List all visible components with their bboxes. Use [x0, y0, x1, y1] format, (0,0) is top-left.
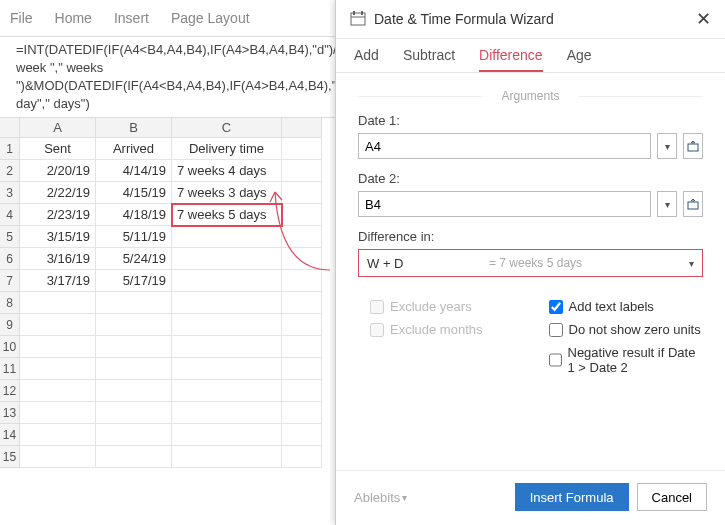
cancel-button[interactable]: Cancel — [637, 483, 707, 511]
difference-select[interactable]: W + D = 7 weeks 5 days ▾ — [358, 249, 703, 277]
col-header-C[interactable]: C — [172, 118, 282, 138]
cell-B3[interactable]: 4/15/19 — [96, 182, 172, 204]
col-header-B[interactable]: B — [96, 118, 172, 138]
close-icon[interactable]: ✕ — [696, 8, 711, 30]
cell-blank[interactable] — [282, 446, 322, 468]
row-header-8[interactable]: 8 — [0, 292, 20, 314]
cell-D6[interactable] — [282, 248, 322, 270]
cell-B2[interactable]: 4/14/19 — [96, 160, 172, 182]
cell-blank[interactable] — [282, 358, 322, 380]
ribbon-tab-file[interactable]: File — [10, 10, 33, 26]
col-header-A[interactable]: A — [20, 118, 96, 138]
date1-range-picker-button[interactable] — [683, 133, 703, 159]
cell-B5[interactable]: 5/11/19 — [96, 226, 172, 248]
cell-blank[interactable] — [96, 292, 172, 314]
row-header-3[interactable]: 3 — [0, 182, 20, 204]
cell-A2[interactable]: 2/20/19 — [20, 160, 96, 182]
cell-blank[interactable] — [282, 314, 322, 336]
cell-blank[interactable] — [172, 336, 282, 358]
wizard-tab-add[interactable]: Add — [354, 47, 379, 72]
cell-C5[interactable] — [172, 226, 282, 248]
cell-blank[interactable] — [20, 424, 96, 446]
negative-result-checkbox[interactable]: Negative result if Date 1 > Date 2 — [549, 345, 704, 375]
row-header-11[interactable]: 11 — [0, 358, 20, 380]
cell-blank[interactable] — [20, 402, 96, 424]
cell-D2[interactable] — [282, 160, 322, 182]
cell-C6[interactable] — [172, 248, 282, 270]
cell-blank[interactable] — [172, 446, 282, 468]
cell-blank[interactable] — [20, 446, 96, 468]
cell-blank[interactable] — [96, 446, 172, 468]
cell-A4[interactable]: 2/23/19 — [20, 204, 96, 226]
cell-B1[interactable]: Arrived — [96, 138, 172, 160]
cell-blank[interactable] — [172, 314, 282, 336]
cell-blank[interactable] — [172, 292, 282, 314]
row-header-10[interactable]: 10 — [0, 336, 20, 358]
row-header-2[interactable]: 2 — [0, 160, 20, 182]
cell-D5[interactable] — [282, 226, 322, 248]
cell-blank[interactable] — [172, 380, 282, 402]
cell-D4[interactable] — [282, 204, 322, 226]
cell-blank[interactable] — [282, 336, 322, 358]
row-header-5[interactable]: 5 — [0, 226, 20, 248]
ribbon-tab-page-layout[interactable]: Page Layout — [171, 10, 250, 26]
row-header-6[interactable]: 6 — [0, 248, 20, 270]
ribbon-tab-home[interactable]: Home — [55, 10, 92, 26]
row-header-9[interactable]: 9 — [0, 314, 20, 336]
row-header-1[interactable]: 1 — [0, 138, 20, 160]
cell-blank[interactable] — [282, 424, 322, 446]
date2-range-picker-button[interactable] — [683, 191, 703, 217]
cell-blank[interactable] — [96, 380, 172, 402]
cell-blank[interactable] — [96, 358, 172, 380]
date2-input[interactable] — [358, 191, 651, 217]
cell-A7[interactable]: 3/17/19 — [20, 270, 96, 292]
cell-A1[interactable]: Sent — [20, 138, 96, 160]
cell-C4[interactable]: 7 weeks 5 days — [172, 204, 282, 226]
cell-blank[interactable] — [282, 380, 322, 402]
cell-blank[interactable] — [20, 292, 96, 314]
row-header-12[interactable]: 12 — [0, 380, 20, 402]
cell-D3[interactable] — [282, 182, 322, 204]
row-header-7[interactable]: 7 — [0, 270, 20, 292]
wizard-tab-difference[interactable]: Difference — [479, 47, 543, 72]
cell-blank[interactable] — [282, 402, 322, 424]
cell-A5[interactable]: 3/15/19 — [20, 226, 96, 248]
date1-dropdown-button[interactable]: ▾ — [657, 133, 677, 159]
cell-blank[interactable] — [20, 314, 96, 336]
insert-formula-button[interactable]: Insert Formula — [515, 483, 629, 511]
cell-blank[interactable] — [172, 358, 282, 380]
cell-blank[interactable] — [172, 402, 282, 424]
cell-blank[interactable] — [96, 314, 172, 336]
exclude-years-checkbox[interactable]: Exclude years — [370, 299, 525, 314]
row-header-15[interactable]: 15 — [0, 446, 20, 468]
cell-blank[interactable] — [20, 380, 96, 402]
cell-A6[interactable]: 3/16/19 — [20, 248, 96, 270]
cell-blank[interactable] — [172, 424, 282, 446]
cell-C2[interactable]: 7 weeks 4 days — [172, 160, 282, 182]
cell-blank[interactable] — [96, 402, 172, 424]
brand-label[interactable]: Ablebits ▾ — [354, 490, 407, 505]
row-header-4[interactable]: 4 — [0, 204, 20, 226]
cell-blank[interactable] — [96, 336, 172, 358]
date2-dropdown-button[interactable]: ▾ — [657, 191, 677, 217]
exclude-months-checkbox[interactable]: Exclude months — [370, 322, 525, 337]
cell-B4[interactable]: 4/18/19 — [96, 204, 172, 226]
ribbon-tab-insert[interactable]: Insert — [114, 10, 149, 26]
wizard-tab-subtract[interactable]: Subtract — [403, 47, 455, 72]
row-header-14[interactable]: 14 — [0, 424, 20, 446]
cell-B6[interactable]: 5/24/19 — [96, 248, 172, 270]
cell-blank[interactable] — [20, 358, 96, 380]
date1-input[interactable] — [358, 133, 651, 159]
add-text-labels-checkbox[interactable]: Add text labels — [549, 299, 704, 314]
cell-B7[interactable]: 5/17/19 — [96, 270, 172, 292]
cell-C1[interactable]: Delivery time — [172, 138, 282, 160]
cell-C3[interactable]: 7 weeks 3 days — [172, 182, 282, 204]
wizard-tab-age[interactable]: Age — [567, 47, 592, 72]
cell-D7[interactable] — [282, 270, 322, 292]
cell-blank[interactable] — [282, 292, 322, 314]
cell-D1[interactable] — [282, 138, 322, 160]
row-header-13[interactable]: 13 — [0, 402, 20, 424]
cell-A3[interactable]: 2/22/19 — [20, 182, 96, 204]
cell-blank[interactable] — [96, 424, 172, 446]
cell-blank[interactable] — [20, 336, 96, 358]
